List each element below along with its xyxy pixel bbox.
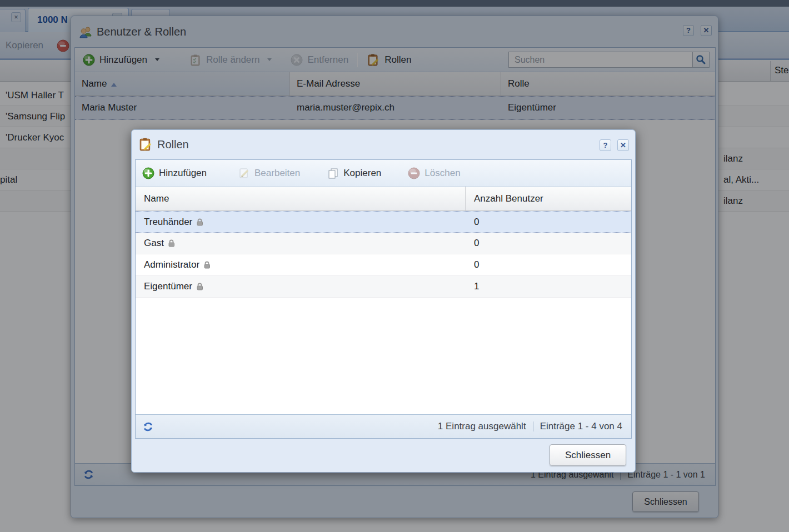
lock-icon xyxy=(203,261,211,269)
clipboard-pencil-icon xyxy=(138,137,153,152)
role-user-count: 1 xyxy=(466,276,631,297)
role-name: Gast xyxy=(144,238,164,249)
delete-icon xyxy=(408,167,420,179)
lock-icon xyxy=(196,218,203,226)
status-selected: 1 Eintrag ausgewählt xyxy=(438,421,526,432)
roles-toolbar: Hinzufügen Bearbeiten xyxy=(136,160,631,187)
roles-grid-header: Name Anzahl Benutzer xyxy=(136,187,631,211)
role-name: Eigentümer xyxy=(144,281,192,292)
status-separator xyxy=(533,421,533,431)
window-title: Rollen xyxy=(157,130,189,159)
roles-panel: Hinzufügen Bearbeiten xyxy=(135,159,632,439)
help-icon[interactable]: ? xyxy=(600,139,611,151)
column-label: Name xyxy=(144,193,169,204)
role-row-eigentuemer[interactable]: Eigentümer 1 xyxy=(136,276,631,298)
add-icon xyxy=(142,167,154,179)
column-header-user-count[interactable]: Anzahl Benutzer xyxy=(466,187,631,210)
role-name: Treuhänder xyxy=(144,217,192,228)
lock-icon xyxy=(168,239,175,247)
status-range: Einträge 1 - 4 von 4 xyxy=(540,421,622,432)
delete-role-label: Löschen xyxy=(425,168,460,179)
copy-role-button[interactable]: Kopieren xyxy=(327,167,381,179)
role-user-count: 0 xyxy=(466,254,631,275)
role-row-administrator[interactable]: Administrator 0 xyxy=(136,254,631,276)
column-label: Anzahl Benutzer xyxy=(474,193,543,204)
close-window-button[interactable]: Schliessen xyxy=(550,444,626,466)
add-role-button[interactable]: Hinzufügen xyxy=(142,167,207,179)
add-role-label: Hinzufügen xyxy=(159,168,207,179)
refresh-icon[interactable] xyxy=(142,421,154,433)
edit-role-label: Bearbeiten xyxy=(254,168,300,179)
role-user-count: 0 xyxy=(466,233,631,254)
close-icon[interactable]: ✕ xyxy=(617,139,629,151)
roles-window: Rollen ? ✕ Hinzufügen xyxy=(131,129,636,473)
role-row-treuhaender[interactable]: Treuhänder 0 xyxy=(136,211,631,233)
copy-role-label: Kopieren xyxy=(343,168,381,179)
role-row-gast[interactable]: Gast 0 xyxy=(136,233,631,254)
edit-role-button[interactable]: Bearbeiten xyxy=(238,167,300,179)
delete-role-button[interactable]: Löschen xyxy=(408,167,460,179)
roles-statusbar: 1 Eintrag ausgewählt Einträge 1 - 4 von … xyxy=(136,414,631,438)
edit-pencil-icon xyxy=(238,167,250,179)
role-user-count: 0 xyxy=(466,212,631,232)
lock-icon xyxy=(196,283,203,290)
copy-pages-icon xyxy=(327,167,339,179)
role-name: Administrator xyxy=(144,259,199,270)
column-header-name[interactable]: Name xyxy=(136,187,466,210)
